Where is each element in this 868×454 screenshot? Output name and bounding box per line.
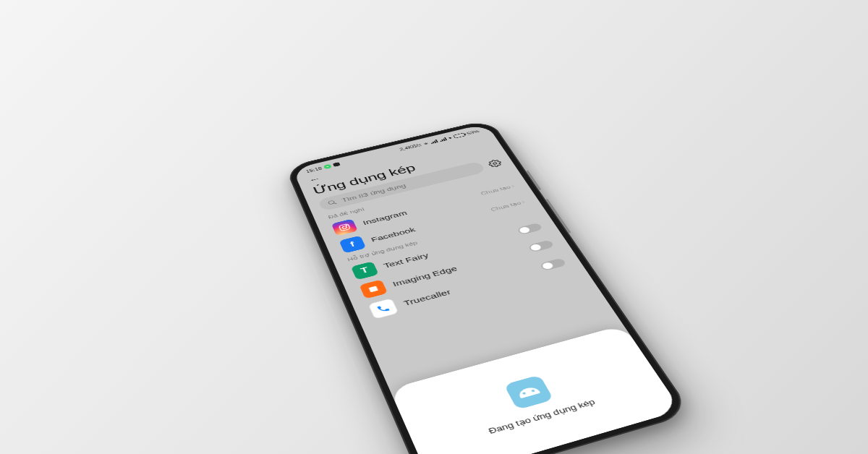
svg-point-2 [493,162,497,164]
textfairy-icon: T [351,261,379,280]
instagram-icon [331,219,358,236]
cloning-app-icon [503,374,553,410]
imaging-edge-icon [359,280,388,299]
battery-pct: 53% [466,129,480,136]
signal-icon [430,140,438,144]
svg-point-0 [328,200,334,205]
status-app-icon [333,162,341,167]
bluetooth-icon: ∗ [422,141,430,145]
toggle-switch[interactable] [527,239,555,252]
toggle-switch[interactable] [516,223,543,235]
phone-screen: 15:18 • 2,4KB/s ∗ ▾ 53% ← Ứng dụng kép [292,124,681,454]
progress-text: Đang tạo ứng dụng kép [487,397,597,435]
wifi-icon: ▾ [448,136,453,140]
battery-icon [453,133,466,139]
phone-frame: 15:18 • 2,4KB/s ∗ ▾ 53% ← Ứng dụng kép [285,119,693,454]
svg-point-5 [346,225,347,226]
signal-icon-2 [439,137,448,142]
facebook-icon: f [339,236,367,254]
toggle-switch[interactable] [539,257,566,271]
app-status: Chưa tạo › [480,183,516,196]
app-status: Chưa tạo › [490,199,527,213]
svg-rect-3 [339,223,351,231]
settings-icon[interactable] [487,158,503,168]
search-icon [327,199,339,206]
svg-point-4 [342,226,347,229]
status-pill-icon: • [323,164,332,170]
